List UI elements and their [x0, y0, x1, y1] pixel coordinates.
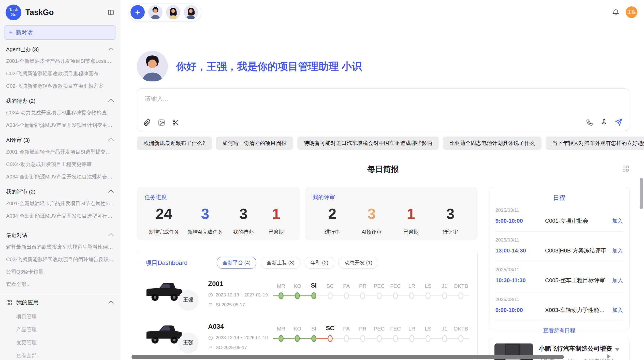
chevron-up-icon[interactable]	[108, 190, 114, 195]
sidebar-item[interactable]: C02-飞腾新能源轻客改款项目里程碑画布	[0, 67, 120, 80]
join-link[interactable]: 加入	[612, 277, 623, 284]
flag-icon	[208, 345, 213, 350]
sidebar-group-agent-done[interactable]: Agent已办 (3)	[0, 41, 120, 55]
assistant-avatar-1[interactable]	[148, 5, 163, 19]
sidebar-item[interactable]: A034-全新新能源MUV产品开发项目造型可行性评审	[0, 210, 120, 222]
send-icon[interactable]	[615, 118, 622, 126]
milestone-ls: LS	[420, 280, 436, 301]
schedule-time: 9:00-10:00	[495, 218, 545, 224]
sidebar-item[interactable]: 解释最新出台的欧盟报废车法规再生塑料比例被调至15%...	[0, 241, 120, 253]
suggestion-chip[interactable]: 特朗普可能对进口汽车增税会对中国车企造成哪些影响	[297, 137, 439, 150]
filter-all-new-platform[interactable]: 全新平台 (4)	[217, 257, 256, 269]
milestone-pr: PR	[355, 280, 371, 301]
sidebar-item[interactable]: 公司Q3轻卡销量	[0, 266, 120, 278]
stat-value: 3	[368, 206, 376, 222]
milestone-lr: LR	[404, 323, 420, 343]
stats-row: 任务进度 24 新增完成任务 3 新增AI完成任务 3	[137, 187, 478, 240]
milestone-oktb: OKTB	[453, 280, 469, 301]
scroll-right-arrow-icon[interactable]	[607, 354, 611, 358]
chat-input-card	[137, 88, 629, 131]
chevron-up-icon[interactable]	[108, 301, 114, 306]
card-title: 任务进度	[144, 193, 292, 201]
task-progress-card: 任务进度 24 新增完成任务 3 新增AI完成任务 3	[137, 187, 300, 240]
news-title: 小鹏飞行汽车制造公司增资	[539, 344, 624, 353]
notification-bell-icon[interactable]	[612, 8, 620, 16]
sidebar-group-recent[interactable]: 最近对话	[0, 227, 120, 241]
assistant-switcher: +	[129, 4, 201, 21]
input-left-icons	[144, 119, 179, 126]
milestone-pr: PR	[355, 323, 371, 343]
filter-year-model[interactable]: 年型 (2)	[305, 257, 334, 269]
sidebar-item[interactable]: Z001-全新燃油轻卡产品开发项目SI造型提交物评审	[0, 146, 120, 158]
attachment-icon[interactable]	[144, 119, 151, 126]
project-row[interactable]: 王强 A034 2023-12-19 ~ 2026-01-19 SC-2025-…	[145, 322, 469, 354]
sidebar-item[interactable]: A034-全新新能源MUV产品开发项目计划变更类编写	[0, 119, 120, 131]
sidebar-group-my-todo[interactable]: 我的待办 (2)	[0, 92, 120, 107]
sidebar-item[interactable]: C0X4-动力总成开发项目SI里程碑提交物检查	[0, 107, 120, 119]
sidebar-item[interactable]: C02-飞腾新能源轻客改款项目立项汇报方案	[0, 80, 120, 92]
topbar-right: 王强	[612, 6, 637, 18]
schedule-entry: 2025/03/11 9:00-10:00 X003-车辆动力学性能验... 加…	[495, 291, 623, 321]
chevron-up-icon[interactable]	[108, 138, 114, 143]
user-avatar[interactable]: 王强	[626, 6, 637, 18]
sidebar-group-ai-review[interactable]: AI评审 (3)	[0, 131, 120, 146]
sidebar-scroll-area[interactable]: Agent已办 (3) Z001-全新燃油皮卡产品开发项目SI节点Lesson …	[0, 41, 120, 360]
project-owner-badge: 王强	[179, 333, 198, 352]
image-icon[interactable]	[158, 119, 165, 126]
stat-value: 2	[328, 206, 336, 222]
sidebar-item[interactable]: Z001-全新燃油皮卡产品开发项目SI节点Lesson Learn报告	[0, 55, 120, 67]
suggestion-chip[interactable]: 欧洲新规最近颁布了什么?	[137, 137, 212, 150]
join-link[interactable]: 加入	[612, 307, 623, 314]
microphone-icon[interactable]	[601, 119, 608, 126]
new-chat-button[interactable]: + 新对话	[4, 25, 116, 40]
schedule-time: 10:30-11:30	[495, 277, 545, 284]
sidebar-item-view-all-apps[interactable]: 查看全部...	[0, 349, 120, 360]
view-all-schedule-link[interactable]: 查看所有日程	[495, 327, 623, 334]
sidebar-item-change-mgmt[interactable]: 变更管理	[0, 336, 120, 349]
sidebar-item[interactable]: A034-全新新能源MUV产品开发项目法规符合性评审	[0, 171, 120, 183]
chevron-up-icon[interactable]	[108, 47, 114, 53]
milestone-pec: PEC	[371, 280, 387, 301]
horizontal-scrollbar[interactable]	[131, 355, 564, 359]
project-row[interactable]: 王强 Z001 2023-12-19 ~ 2027-01-19 SI-2025-…	[145, 279, 469, 311]
sidebar-item-project-mgmt[interactable]: 项目管理	[0, 310, 120, 323]
chevron-up-icon[interactable]	[108, 99, 114, 104]
schedule-date: 2025/03/11	[495, 207, 623, 213]
dashboard-title: 项目Dashboard	[145, 259, 217, 267]
milestone-fec: FEC	[387, 280, 404, 301]
milestone-sc: SC	[322, 280, 338, 301]
greeting-text: 你好，王强，我是你的项目管理助理 小识	[176, 59, 362, 73]
chat-input[interactable]	[144, 95, 490, 102]
group-title: Agent已办 (3)	[6, 46, 39, 53]
dashboard-filters: 全新平台 (4) 全新上装 (3) 年型 (2) 动总开发 (1)	[217, 257, 378, 269]
suggestion-chip[interactable]: 如何写一份清晰的项目周报	[216, 137, 293, 150]
group-title: 我的评审 (2)	[6, 188, 36, 195]
layout-grid-icon[interactable]	[622, 165, 629, 173]
sidebar-item-product-mgmt[interactable]: 产品管理	[0, 323, 120, 336]
schedule-date: 2025/03/11	[495, 267, 623, 273]
suggestion-chip[interactable]: 当下年轻人对汽车外观有怎样的喜好趋势	[546, 137, 644, 150]
join-link[interactable]: 加入	[612, 247, 623, 254]
filter-new-bodywork[interactable]: 全新上装 (3)	[261, 257, 300, 269]
phone-icon[interactable]	[586, 119, 593, 126]
vertical-scrollbar[interactable]	[640, 178, 643, 209]
milestone-oktb: OKTB	[453, 323, 469, 343]
join-link[interactable]: 加入	[612, 217, 623, 224]
milestone-mr: MR	[273, 280, 289, 301]
collapse-sidebar-icon[interactable]	[107, 9, 114, 16]
assistant-avatar-3[interactable]	[184, 5, 198, 19]
sidebar-item-view-all[interactable]: 查看全部...	[0, 278, 120, 291]
sidebar-group-my-review[interactable]: 我的评审 (2)	[0, 183, 120, 197]
sidebar-item[interactable]: C0X4-动力总成开发项目工程变更评审	[0, 158, 120, 171]
sidebar-item[interactable]: C02-飞腾新能源轻客改款项目的闭环通告反馈情况	[0, 253, 120, 266]
sidebar-item-my-apps[interactable]: 我的应用	[0, 295, 120, 310]
greeting-block: 你好，王强，我是你的项目管理助理 小识	[137, 51, 629, 82]
filter-powertrain[interactable]: 动总开发 (1)	[339, 257, 378, 269]
chevron-up-icon[interactable]	[108, 233, 114, 238]
scroll-down-arrow-icon[interactable]	[615, 348, 620, 351]
add-assistant-button[interactable]: +	[130, 5, 145, 19]
scissors-icon[interactable]	[172, 119, 179, 126]
suggestion-chip[interactable]: 比亚迪全固态电池计划具体说了什么	[443, 137, 541, 150]
sidebar-item[interactable]: Z001-全新燃油轻卡产品开发项目SI节点属性5D文件评审	[0, 197, 120, 210]
assistant-avatar-2[interactable]	[166, 5, 180, 19]
